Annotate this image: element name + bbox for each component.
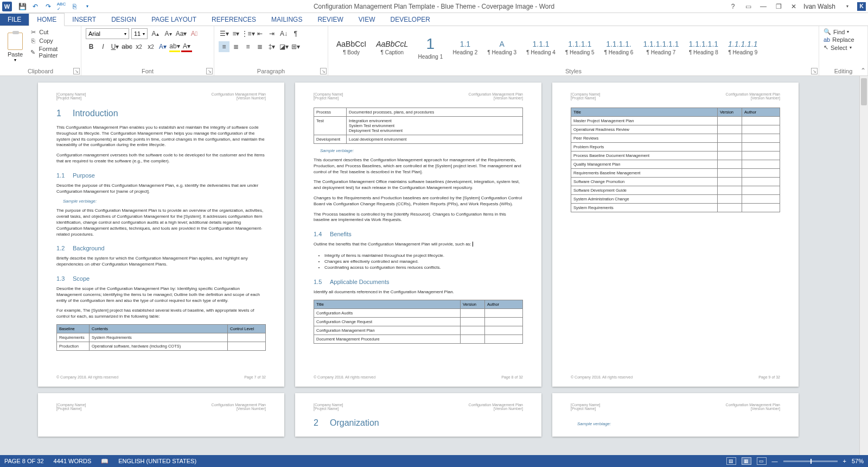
tab-review[interactable]: REVIEW [310, 14, 350, 26]
font-launcher[interactable]: ↘ [206, 68, 213, 74]
page-12[interactable]: [Company Name][Project Name] Configurati… [552, 393, 799, 437]
style-item[interactable]: 1.1.1.1.1.1¶ Heading 7 [639, 32, 682, 64]
style-item[interactable]: AaBbCcI¶ Body [333, 32, 370, 64]
page-11[interactable]: [Company Name][Project Name] Configurati… [295, 393, 541, 437]
align-center-button[interactable]: ≣ [231, 41, 241, 52]
justify-button[interactable]: ≣ [254, 41, 265, 52]
touch-mode-button[interactable]: ⎘ [68, 1, 80, 12]
tab-view[interactable]: VIEW [351, 14, 383, 26]
tab-design[interactable]: DESIGN [104, 14, 144, 26]
text-effects-button[interactable]: A▾ [157, 41, 168, 52]
redo-button[interactable]: ↷ [42, 1, 54, 12]
ribbon-display-button[interactable]: ▭ [743, 2, 754, 11]
show-hide-button[interactable]: ¶ [290, 28, 301, 39]
vertical-scrollbar[interactable] [859, 76, 868, 455]
increase-indent-button[interactable]: ⇥ [266, 28, 277, 39]
style-item[interactable]: 1.1.1.1.1¶ Heading 8 [685, 32, 723, 64]
copy-button[interactable]: ⎘Copy [29, 37, 76, 45]
page-9[interactable]: [Company Name][Project Name] Configurati… [552, 83, 799, 387]
italic-button[interactable]: I [98, 41, 108, 52]
align-right-button[interactable]: ≡ [242, 41, 253, 52]
tab-file[interactable]: FILE [0, 14, 29, 26]
tab-page-layout[interactable]: PAGE LAYOUT [144, 14, 204, 26]
scrollbar-thumb[interactable] [861, 78, 867, 105]
numbering-button[interactable]: ≡▾ [231, 28, 241, 39]
status-proofing-icon[interactable]: 📖 [101, 458, 108, 465]
style-item[interactable]: 1.1Heading 2 [449, 32, 481, 64]
tab-developer[interactable]: DEVELOPER [382, 14, 437, 26]
decrease-indent-button[interactable]: ⇤ [254, 28, 265, 39]
change-case-button[interactable]: Aa▾ [176, 28, 187, 39]
underline-button[interactable]: U▾ [110, 41, 120, 52]
clear-formatting-button[interactable]: A⃠ [189, 28, 200, 39]
zoom-out-button[interactable]: — [772, 458, 778, 464]
user-dropdown[interactable]: ▾ [842, 2, 853, 11]
ribbon-tabs: FILE HOME INSERT DESIGN PAGE LAYOUT REFE… [0, 13, 868, 26]
group-clipboard: Paste ▾ ✂Cut ⎘Copy ✎Format Painter Clipb… [0, 26, 81, 75]
shrink-font-button[interactable]: A▾ [163, 28, 174, 39]
style-item[interactable]: AaBbCcL¶ Caption [372, 32, 412, 64]
bullets-button[interactable]: ☰▾ [219, 28, 229, 39]
align-left-button[interactable]: ≡ [219, 41, 229, 52]
tab-home[interactable]: HOME [29, 13, 65, 26]
strikethrough-button[interactable]: abc [122, 41, 132, 52]
zoom-in-button[interactable]: + [843, 458, 846, 464]
save-button[interactable]: 💾 [16, 1, 28, 12]
subscript-button[interactable]: x2 [133, 41, 144, 52]
user-name[interactable]: Ivan Walsh [803, 3, 835, 10]
clipboard-launcher[interactable]: ↘ [73, 68, 80, 74]
style-item[interactable]: 1Heading 1 [414, 32, 446, 64]
status-language[interactable]: ENGLISH (UNITED STATES) [118, 458, 196, 464]
collapse-ribbon-button[interactable]: ⌃ [860, 67, 866, 74]
qat-customize-button[interactable]: ▾ [81, 1, 93, 12]
style-item[interactable]: 1.1.1.1¶ Heading 5 [561, 32, 598, 64]
font-size-combo[interactable]: 11▾ [131, 28, 148, 39]
page-7[interactable]: [Company Name][Project Name] Configurati… [38, 83, 284, 387]
help-button[interactable]: ? [727, 2, 738, 11]
highlight-button[interactable]: ab▾ [169, 41, 180, 52]
multilevel-button[interactable]: ⋮≡▾ [242, 28, 253, 39]
tab-references[interactable]: REFERENCES [204, 14, 264, 26]
borders-button[interactable]: ⊞▾ [290, 41, 301, 52]
title-bar: W 💾 ↶ ↷ ABC✓ ⎘ ▾ Configuration Managemen… [0, 0, 868, 13]
format-painter-button[interactable]: ✎Format Painter [29, 46, 76, 59]
page-8[interactable]: [Company Name][Project Name] Configurati… [295, 83, 541, 387]
select-button[interactable]: ↖Select▾ [824, 44, 863, 51]
line-spacing-button[interactable]: ‡▾ [266, 41, 277, 52]
undo-button[interactable]: ↶ [29, 1, 41, 12]
page-10[interactable]: [Company Name][Project Name] Configurati… [38, 393, 284, 437]
superscript-button[interactable]: x2 [145, 41, 156, 52]
style-item[interactable]: A¶ Heading 3 [483, 32, 520, 64]
document-area[interactable]: [Company Name][Project Name] Configurati… [0, 76, 868, 455]
style-item[interactable]: 1.1.1.1.¶ Heading 6 [601, 32, 637, 64]
close-button[interactable]: ✕ [788, 2, 799, 11]
find-button[interactable]: 🔍Find▾ [824, 28, 863, 35]
grow-font-button[interactable]: A▴ [150, 28, 161, 39]
tab-insert[interactable]: INSERT [65, 14, 104, 26]
paste-button[interactable]: Paste ▾ [4, 28, 26, 67]
styles-gallery[interactable]: AaBbCcI¶ BodyAaBbCcL¶ Caption1Heading 11… [333, 28, 814, 67]
spellcheck-button[interactable]: ABC✓ [55, 1, 67, 12]
styles-launcher[interactable]: ↘ [811, 68, 818, 74]
minimize-button[interactable]: — [758, 2, 769, 11]
zoom-slider[interactable] [783, 460, 838, 462]
paragraph-launcher[interactable]: ↘ [320, 68, 327, 74]
replace-button[interactable]: abReplace [824, 36, 863, 43]
cut-button[interactable]: ✂Cut [29, 28, 76, 36]
shading-button[interactable]: ◪▾ [278, 41, 289, 52]
font-color-button[interactable]: A▾ [181, 41, 192, 52]
read-mode-button[interactable]: ▤ [726, 457, 736, 465]
web-layout-button[interactable]: ▭ [757, 457, 767, 465]
sort-button[interactable]: A↓ [278, 28, 289, 39]
bold-button[interactable]: B [86, 41, 97, 52]
account-icon[interactable]: K [857, 2, 866, 11]
status-words[interactable]: 4441 WORDS [54, 458, 92, 464]
restore-button[interactable]: ❐ [773, 2, 784, 11]
tab-mailings[interactable]: MAILINGS [264, 14, 310, 26]
zoom-level[interactable]: 57% [852, 458, 864, 464]
print-layout-button[interactable]: ▦ [742, 457, 751, 465]
font-name-combo[interactable]: Arial▾ [86, 28, 129, 39]
style-item[interactable]: 1.1.1¶ Heading 4 [522, 32, 559, 64]
status-page[interactable]: PAGE 8 OF 32 [4, 458, 44, 464]
style-item[interactable]: 1.1.1.1.1¶ Heading 9 [724, 32, 762, 64]
